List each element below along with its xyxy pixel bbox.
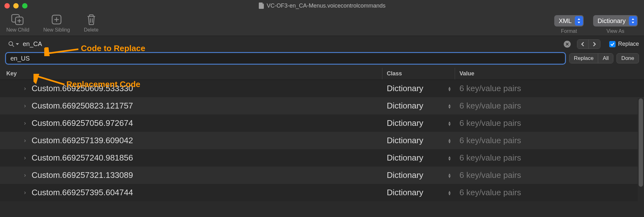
new-sibling-label: New Sibling: [43, 27, 70, 33]
table-row[interactable]: ›Custom.669257240.981856 Dictionary▴▾ 6 …: [0, 149, 644, 167]
new-sibling-button[interactable]: New Sibling: [43, 13, 70, 33]
replace-input[interactable]: [6, 54, 565, 63]
row-key: Custom.669257321.133089: [32, 170, 133, 180]
replace-button[interactable]: Replace: [569, 54, 598, 63]
row-key: Custom.669257139.609042: [32, 136, 133, 145]
disclosure-triangle-icon[interactable]: ›: [24, 120, 28, 126]
close-window-button[interactable]: [4, 3, 10, 9]
table-row[interactable]: ›Custom.669257321.133089 Dictionary▴▾ 6 …: [0, 167, 644, 184]
new-sibling-icon: [50, 13, 64, 26]
replace-toggle-label: Replace: [618, 41, 639, 47]
svg-point-9: [9, 42, 13, 45]
scrollbar[interactable]: [638, 98, 644, 215]
row-class: Dictionary: [387, 101, 423, 111]
row-key: Custom.669257240.981856: [32, 153, 133, 163]
find-nav-buttons: [577, 39, 600, 49]
row-key: Custom.669257395.604744: [32, 188, 133, 197]
delete-label: Delete: [84, 27, 98, 33]
trash-icon: [84, 13, 98, 26]
row-value: 6 key/value pairs: [455, 170, 644, 180]
find-replace-bar: Replace Replace All Done: [0, 36, 644, 68]
delete-button[interactable]: Delete: [84, 13, 98, 33]
view-as-dropdown[interactable]: Dictionary: [593, 15, 638, 26]
find-next-button[interactable]: [589, 40, 600, 49]
traffic-lights: [4, 3, 27, 9]
find-input[interactable]: [5, 38, 574, 50]
column-header-class[interactable]: Class: [382, 68, 455, 79]
row-value: 6 key/value pairs: [455, 188, 644, 197]
row-class: Dictionary: [387, 153, 423, 163]
maximize-window-button[interactable]: [22, 3, 27, 9]
type-stepper-icon[interactable]: ▴▾: [448, 173, 451, 178]
table-row[interactable]: ›Custom.669250609.533330 Dictionary▴▾ 6 …: [0, 80, 644, 97]
disclosure-triangle-icon[interactable]: ›: [24, 172, 28, 179]
view-as-dropdown-group: Dictionary View As: [593, 15, 638, 34]
clear-search-button[interactable]: [564, 41, 571, 48]
replace-field-wrap: [5, 52, 566, 65]
type-stepper-icon[interactable]: ▴▾: [448, 138, 451, 143]
row-value: 6 key/value pairs: [455, 101, 644, 111]
view-as-label: View As: [606, 28, 624, 34]
format-value: XML: [559, 17, 572, 25]
disclosure-triangle-icon[interactable]: ›: [24, 103, 28, 109]
dropdown-arrows-icon: [575, 16, 583, 26]
format-dropdown-group: XML Format: [554, 15, 584, 34]
row-value: 6 key/value pairs: [455, 153, 644, 163]
toolbar: New Child New Sibling Delete: [0, 11, 644, 36]
document-icon: [258, 2, 264, 9]
column-header-value[interactable]: Value: [455, 68, 644, 79]
replace-button-group: Replace All: [569, 53, 613, 63]
row-class: Dictionary: [387, 188, 423, 197]
type-stepper-icon[interactable]: ▴▾: [448, 121, 451, 126]
disclosure-triangle-icon[interactable]: ›: [24, 137, 28, 144]
row-value: 6 key/value pairs: [455, 118, 644, 128]
row-key: Custom.669257056.972674: [32, 118, 133, 128]
table-header: Key Class Value: [0, 68, 644, 80]
row-value: 6 key/value pairs: [455, 84, 644, 93]
row-class: Dictionary: [387, 118, 423, 128]
search-icon[interactable]: [8, 41, 19, 47]
dropdown-arrows-icon: [629, 16, 637, 26]
replace-all-button[interactable]: All: [598, 54, 613, 63]
type-stepper-icon[interactable]: ▴▾: [448, 190, 451, 195]
type-stepper-icon[interactable]: ▴▾: [448, 155, 451, 161]
find-prev-button[interactable]: [577, 40, 589, 49]
column-header-key[interactable]: Key: [0, 68, 382, 79]
type-stepper-icon[interactable]: ▴▾: [448, 103, 451, 108]
table-row[interactable]: ›Custom.669257395.604744 Dictionary▴▾ 6 …: [0, 184, 644, 201]
svg-line-10: [12, 45, 14, 47]
row-class: Dictionary: [387, 136, 423, 145]
titlebar: VC-OF3-en_CA-Menus.voicecontrolcommands: [0, 0, 644, 11]
table-body: ›Custom.669250609.533330 Dictionary▴▾ 6 …: [0, 80, 644, 201]
view-as-value: Dictionary: [598, 17, 626, 25]
window-title-wrap: VC-OF3-en_CA-Menus.voicecontrolcommands: [258, 2, 386, 9]
table-row[interactable]: ›Custom.669250823.121757 Dictionary▴▾ 6 …: [0, 97, 644, 114]
table-row[interactable]: ›Custom.669257056.972674 Dictionary▴▾ 6 …: [0, 114, 644, 132]
format-dropdown[interactable]: XML: [554, 15, 584, 26]
new-child-label: New Child: [6, 27, 29, 33]
new-child-icon: [11, 13, 25, 26]
scrollbar-thumb[interactable]: [639, 98, 643, 187]
type-stepper-icon[interactable]: ▴▾: [448, 86, 451, 91]
disclosure-triangle-icon[interactable]: ›: [24, 189, 28, 196]
row-class: Dictionary: [387, 170, 423, 180]
row-key: Custom.669250609.533330: [32, 84, 133, 93]
checkbox-checked-icon: [609, 41, 616, 47]
window-title: VC-OF3-en_CA-Menus.voicecontrolcommands: [267, 3, 386, 9]
new-child-button[interactable]: New Child: [6, 13, 29, 33]
minimize-window-button[interactable]: [13, 3, 19, 9]
disclosure-triangle-icon[interactable]: ›: [24, 85, 28, 92]
row-value: 6 key/value pairs: [455, 136, 644, 145]
replace-toggle[interactable]: Replace: [609, 41, 639, 47]
row-key: Custom.669250823.121757: [32, 101, 133, 111]
row-class: Dictionary: [387, 84, 423, 93]
table-row[interactable]: ›Custom.669257139.609042 Dictionary▴▾ 6 …: [0, 132, 644, 149]
disclosure-triangle-icon[interactable]: ›: [24, 155, 28, 161]
done-button[interactable]: Done: [617, 53, 639, 63]
find-field-wrap: [5, 38, 574, 50]
format-label: Format: [561, 28, 577, 34]
